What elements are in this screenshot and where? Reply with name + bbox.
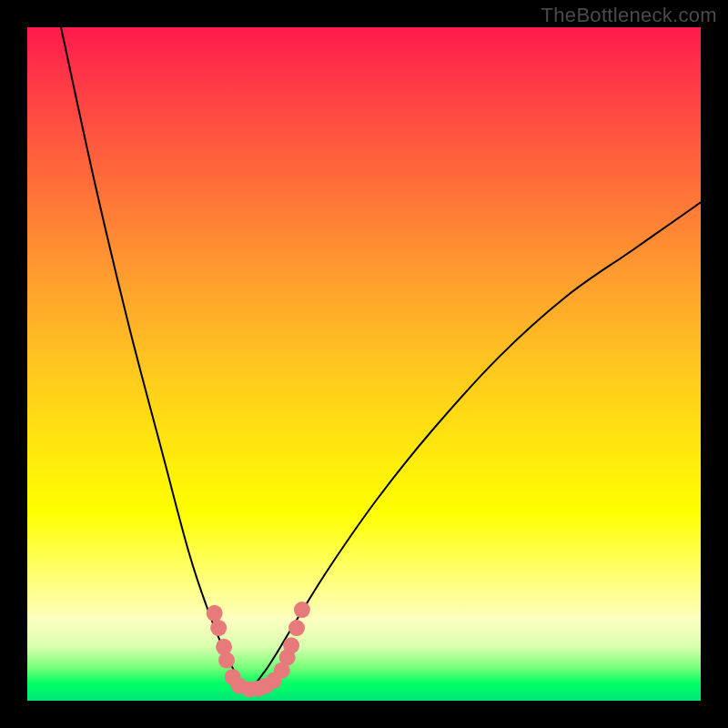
bottleneck-curve-path [61,27,701,687]
curve-plot-svg [27,27,701,701]
dot-marker [294,602,310,618]
watermark-text: TheBottleneck.com [541,4,717,27]
dot-cluster-group [207,602,310,697]
dot-marker [207,605,223,622]
dot-marker [283,637,299,653]
dot-marker [288,620,305,636]
dot-marker [210,620,227,636]
dot-marker [218,652,235,669]
